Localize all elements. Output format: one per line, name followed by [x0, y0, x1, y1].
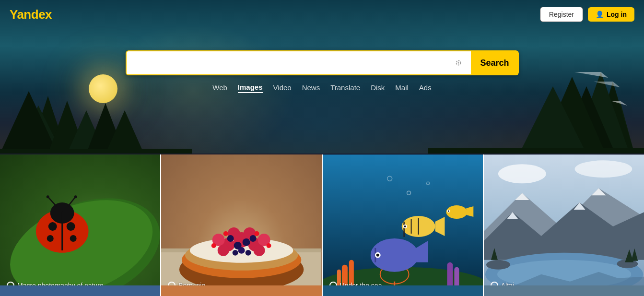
- search-input[interactable]: [126, 50, 446, 75]
- grid-item-berry[interactable]: Berry pie: [161, 154, 322, 296]
- svg-point-58: [211, 243, 216, 248]
- svg-point-57: [255, 231, 259, 236]
- pie-illustration: [161, 154, 321, 296]
- bottom-strip-2: [161, 285, 322, 296]
- ladybug-illustration: [0, 154, 160, 296]
- svg-line-30: [48, 197, 57, 206]
- grid-item-ladybug[interactable]: Macro photography of nature: [0, 154, 161, 296]
- svg-point-53: [238, 247, 245, 254]
- svg-point-89: [498, 164, 546, 183]
- tab-translate[interactable]: Translate: [330, 83, 360, 93]
- camera-button[interactable]: [446, 50, 471, 75]
- svg-rect-18: [428, 148, 644, 154]
- svg-point-83: [447, 211, 449, 212]
- person-icon: 👤: [596, 11, 604, 18]
- logo-text: Yandex: [10, 7, 52, 22]
- search-area: Search Web Images Video News Translate D…: [126, 50, 519, 93]
- tab-video[interactable]: Video: [273, 83, 292, 93]
- svg-point-80: [376, 254, 379, 257]
- svg-point-51: [227, 235, 234, 242]
- bottom-strip: [0, 285, 644, 296]
- login-button[interactable]: 👤 Log in: [588, 7, 634, 22]
- bottom-strip-4: [484, 285, 644, 296]
- svg-point-50: [243, 238, 250, 246]
- login-label: Log in: [607, 11, 627, 18]
- search-box: Search: [126, 50, 519, 75]
- sea-background: [323, 154, 483, 296]
- svg-point-52: [250, 235, 257, 242]
- register-button[interactable]: Register: [540, 7, 583, 22]
- header-buttons: Register 👤 Log in: [540, 7, 634, 22]
- svg-marker-17: [574, 72, 608, 78]
- search-button[interactable]: Search: [471, 50, 519, 75]
- camera-icon: [453, 58, 464, 68]
- sea-illustration: [323, 154, 483, 296]
- svg-point-59: [267, 243, 271, 248]
- svg-point-48: [254, 245, 265, 256]
- tab-mail[interactable]: Mail: [395, 83, 409, 93]
- tab-images[interactable]: Images: [238, 82, 263, 93]
- svg-point-33: [74, 195, 77, 198]
- nav-tabs: Web Images Video News Translate Disk Mai…: [212, 82, 431, 93]
- berry-background: [161, 154, 321, 296]
- svg-point-55: [246, 250, 251, 256]
- svg-point-47: [218, 245, 229, 256]
- svg-point-26: [48, 222, 57, 231]
- svg-point-32: [47, 195, 49, 198]
- svg-point-28: [47, 235, 54, 242]
- image-grid: Macro photography of nature: [0, 154, 644, 296]
- tab-web[interactable]: Web: [212, 83, 227, 93]
- tab-disk[interactable]: Disk: [371, 83, 385, 93]
- svg-point-56: [223, 231, 228, 236]
- grid-item-sea[interactable]: Under the sea: [323, 154, 484, 296]
- svg-rect-8: [0, 149, 192, 154]
- svg-point-75: [404, 225, 406, 227]
- svg-rect-65: [447, 262, 453, 289]
- svg-point-27: [67, 222, 75, 231]
- svg-point-29: [70, 235, 77, 242]
- tab-ads[interactable]: Ads: [419, 83, 432, 93]
- bottom-strip-3: [323, 285, 484, 296]
- bottom-strip-1: [0, 285, 161, 296]
- logo[interactable]: Yandex: [10, 7, 52, 22]
- svg-point-54: [233, 250, 238, 256]
- header: Yandex Register 👤 Log in: [0, 0, 644, 29]
- svg-point-20: [457, 62, 459, 64]
- svg-point-90: [574, 160, 632, 178]
- altai-background: [484, 154, 644, 296]
- altai-illustration: [484, 154, 644, 296]
- grid-item-altai[interactable]: Altai: [484, 154, 644, 296]
- tab-news[interactable]: News: [302, 83, 320, 93]
- svg-point-100: [486, 260, 510, 270]
- ladybug-background: [0, 154, 160, 296]
